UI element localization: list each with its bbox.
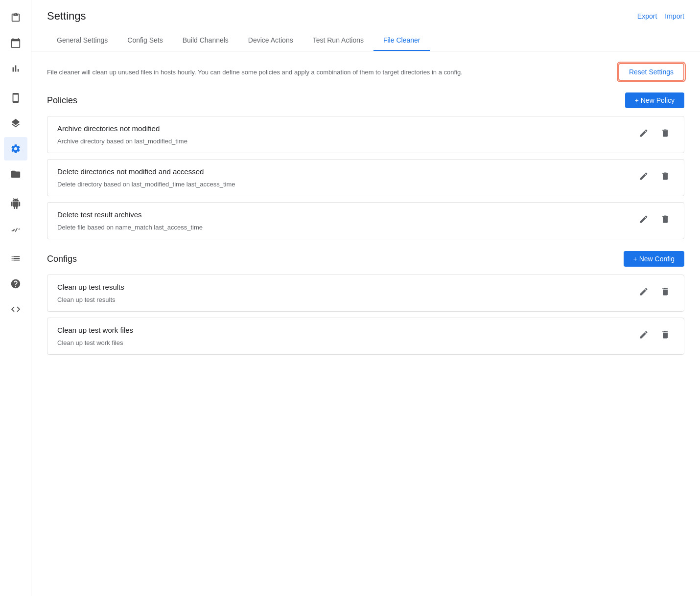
policy-card-2-desc: Delete file based on name_match last_acc… xyxy=(57,224,627,231)
edit-icon xyxy=(639,171,649,181)
edit-icon xyxy=(639,287,649,297)
policy-card-2-delete-button[interactable] xyxy=(656,210,674,228)
policy-card-1-actions xyxy=(635,167,674,185)
header-actions: Export Import xyxy=(637,12,684,20)
sidebar-item-code[interactable] xyxy=(4,298,27,321)
sidebar-item-clipboard[interactable] xyxy=(4,6,27,29)
policy-card-1-title: Delete directories not modified and acce… xyxy=(57,167,627,176)
sidebar-item-settings[interactable] xyxy=(4,137,27,160)
policy-card-0-actions xyxy=(635,124,674,142)
delete-icon xyxy=(660,214,670,224)
config-card-1-edit-button[interactable] xyxy=(635,326,653,344)
config-card-1-title: Clean up test work files xyxy=(57,326,627,334)
sidebar-item-layers[interactable] xyxy=(4,112,27,135)
policy-card-0-desc: Archive directory based on last_modified… xyxy=(57,138,627,145)
layers-icon xyxy=(10,118,21,129)
config-card-1-delete-button[interactable] xyxy=(656,326,674,344)
policy-card-2-actions xyxy=(635,210,674,228)
info-bar: File cleaner will clean up unused files … xyxy=(47,63,684,81)
configs-title: Configs xyxy=(47,254,77,264)
policy-card-0-delete-button[interactable] xyxy=(656,124,674,142)
tab-build-channels[interactable]: Build Channels xyxy=(173,30,238,51)
list-icon xyxy=(10,253,21,264)
android-icon xyxy=(10,198,21,209)
sidebar-item-analytics[interactable] xyxy=(4,57,27,80)
tab-test-run-actions[interactable]: Test Run Actions xyxy=(303,30,373,51)
edit-icon xyxy=(639,214,649,224)
config-card-0-actions xyxy=(635,283,674,300)
sidebar xyxy=(0,0,31,596)
policy-card-2-content: Delete test result archives Delete file … xyxy=(57,210,627,231)
policy-card-2-title: Delete test result archives xyxy=(57,210,627,219)
tab-config-sets[interactable]: Config Sets xyxy=(117,30,172,51)
sidebar-item-android[interactable] xyxy=(4,192,27,215)
delete-icon xyxy=(660,128,670,138)
policy-card-1-delete-button[interactable] xyxy=(656,167,674,185)
sidebar-item-calendar[interactable] xyxy=(4,31,27,55)
clipboard-icon xyxy=(10,12,21,23)
config-card-0-desc: Clean up test results xyxy=(57,296,627,303)
bar-chart-icon xyxy=(10,63,21,74)
policies-title: Policies xyxy=(47,95,77,106)
content-area: File cleaner will clean up unused files … xyxy=(31,51,700,596)
edit-icon xyxy=(639,128,649,138)
config-card-0: Clean up test results Clean up test resu… xyxy=(47,275,684,312)
policy-card-2-edit-button[interactable] xyxy=(635,210,653,228)
new-config-button[interactable]: + New Config xyxy=(624,251,684,267)
config-card-1-desc: Clean up test work files xyxy=(57,339,627,346)
settings-icon xyxy=(10,143,21,154)
tab-device-actions[interactable]: Device Actions xyxy=(238,30,303,51)
export-link[interactable]: Export xyxy=(637,12,657,20)
policy-card-1: Delete directories not modified and acce… xyxy=(47,159,684,196)
sidebar-item-folder[interactable] xyxy=(4,162,27,186)
config-card-0-edit-button[interactable] xyxy=(635,283,653,300)
calendar-icon xyxy=(10,38,21,48)
config-card-0-content: Clean up test results Clean up test resu… xyxy=(57,283,627,303)
sidebar-item-list[interactable] xyxy=(4,247,27,270)
policy-card-0-edit-button[interactable] xyxy=(635,124,653,142)
policy-card-1-desc: Delete directory based on last_modified_… xyxy=(57,181,627,188)
delete-icon xyxy=(660,287,670,297)
page-title: Settings xyxy=(47,10,86,23)
configs-section: Configs + New Config Clean up test resul… xyxy=(47,251,684,355)
policies-section: Policies + New Policy Archive directorie… xyxy=(47,92,684,239)
sidebar-item-devices[interactable] xyxy=(4,86,27,110)
policy-card-0-content: Archive directories not modified Archive… xyxy=(57,124,627,145)
policy-card-0: Archive directories not modified Archive… xyxy=(47,116,684,153)
import-link[interactable]: Import xyxy=(665,12,684,20)
tabs-nav: General Settings Config Sets Build Chann… xyxy=(47,30,684,51)
config-card-1-actions xyxy=(635,326,674,344)
header: Settings Export Import General Settings … xyxy=(31,0,700,51)
sidebar-item-help[interactable] xyxy=(4,272,27,296)
help-icon xyxy=(10,278,21,289)
policy-card-0-title: Archive directories not modified xyxy=(57,124,627,133)
tab-general-settings[interactable]: General Settings xyxy=(47,30,117,51)
config-card-0-title: Clean up test results xyxy=(57,283,627,291)
policies-section-header: Policies + New Policy xyxy=(47,92,684,108)
policy-card-2: Delete test result archives Delete file … xyxy=(47,202,684,239)
mobile-icon xyxy=(10,92,21,103)
info-text: File cleaner will clean up unused files … xyxy=(47,69,607,76)
code-icon xyxy=(10,304,21,315)
main-content: Settings Export Import General Settings … xyxy=(31,0,700,596)
policy-card-1-edit-button[interactable] xyxy=(635,167,653,185)
config-card-1-content: Clean up test work files Clean up test w… xyxy=(57,326,627,346)
config-card-1: Clean up test work files Clean up test w… xyxy=(47,318,684,355)
config-card-0-delete-button[interactable] xyxy=(656,283,674,300)
folder-icon xyxy=(10,169,21,180)
pulse-icon xyxy=(10,224,21,234)
delete-icon xyxy=(660,330,670,340)
policy-card-1-content: Delete directories not modified and acce… xyxy=(57,167,627,188)
tab-file-cleaner[interactable]: File Cleaner xyxy=(373,30,430,51)
delete-icon xyxy=(660,171,670,181)
sidebar-item-monitoring[interactable] xyxy=(4,217,27,241)
new-policy-button[interactable]: + New Policy xyxy=(625,92,684,108)
header-top: Settings Export Import xyxy=(47,10,684,23)
configs-section-header: Configs + New Config xyxy=(47,251,684,267)
reset-settings-button[interactable]: Reset Settings xyxy=(618,63,684,81)
edit-icon xyxy=(639,330,649,340)
